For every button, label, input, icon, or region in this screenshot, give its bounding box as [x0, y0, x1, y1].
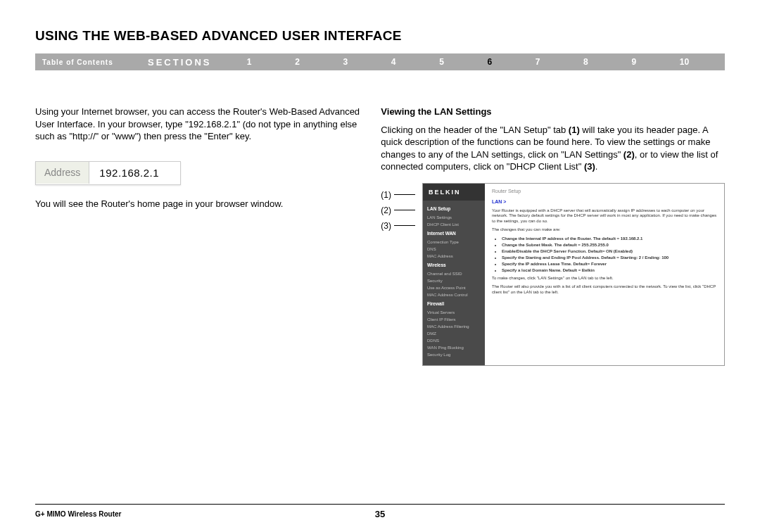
footer: G+ MIMO Wireless Router 35 [35, 504, 725, 518]
bullet-6: Specify a local Domain Name. Default = B… [502, 267, 717, 273]
router-desc2: The changes that you can make are: [492, 227, 717, 233]
router-sidebar: BELKIN LAN Setup LAN Settings DHCP Clien… [423, 184, 485, 366]
nav-numbers: 1 2 3 4 5 6 7 8 9 10 [225, 57, 725, 67]
menu-dhcp-client-list[interactable]: DHCP Client List [427, 221, 481, 228]
router-desc3: To make changes, click "LAN Settings" on… [492, 276, 717, 281]
nav-bar: Table of Contents SECTIONS 1 2 3 4 5 6 7… [35, 53, 725, 70]
bullet-1: Change the Internal IP address of the Ro… [502, 236, 717, 241]
menu-access-point[interactable]: Use as Access Point [427, 284, 481, 291]
nav-num-10[interactable]: 10 [680, 57, 689, 67]
menu-ddns[interactable]: DDNS [427, 337, 481, 344]
nav-num-2[interactable]: 2 [295, 57, 300, 67]
router-desc4: The Router will also provide you with a … [492, 284, 717, 296]
address-value[interactable]: 192.168.2.1 [89, 162, 180, 184]
menu-dmz[interactable]: DMZ [427, 330, 481, 337]
homepage-note: You will see the Router's home page in y… [35, 198, 360, 210]
callout-line-icon [394, 225, 415, 226]
menu-mac-address[interactable]: MAC Address [427, 253, 481, 260]
menu-mac-filtering[interactable]: MAC Address Filtering [427, 323, 481, 330]
menu-lan-settings[interactable]: LAN Settings [427, 214, 481, 221]
router-breadcrumb[interactable]: LAN > [492, 198, 717, 205]
menu-firewall[interactable]: Firewall [427, 301, 481, 308]
callout-1: (1) [381, 187, 415, 203]
bullet-4: Specify the Starting and Ending IP Pool … [502, 255, 717, 260]
menu-wan-ping[interactable]: WAN Ping Blocking [427, 344, 481, 351]
menu-dns[interactable]: DNS [427, 246, 481, 253]
nav-num-4[interactable]: 4 [391, 57, 396, 67]
bullet-5: Specify the IP address Lease Time. Defau… [502, 261, 717, 267]
intro-paragraph: Using your Internet browser, you can acc… [35, 106, 360, 143]
menu-connection-type[interactable]: Connection Type [427, 239, 481, 246]
nav-num-3[interactable]: 3 [343, 57, 348, 67]
router-main: Router Setup LAN > Your Router is equipp… [485, 184, 724, 366]
belkin-logo: BELKIN [423, 184, 485, 201]
lan-settings-heading: Viewing the LAN Settings [381, 106, 725, 118]
nav-num-1[interactable]: 1 [247, 57, 252, 67]
nav-num-9[interactable]: 9 [631, 57, 636, 67]
bullet-2: Change the Subnet Mask. The default = 25… [502, 242, 717, 248]
bullet-3: Enable/Disable the DHCP Server Function.… [502, 248, 717, 254]
menu-internet-wan[interactable]: Internet WAN [427, 231, 481, 237]
router-menu: LAN Setup LAN Settings DHCP Client List … [423, 201, 485, 366]
nav-num-8[interactable]: 8 [583, 57, 588, 67]
router-figure: (1) (2) (3) BELKIN LAN Setup LAN Setting… [381, 183, 725, 367]
lan-settings-paragraph: Clicking on the header of the "LAN Setup… [381, 124, 725, 173]
router-screenshot: BELKIN LAN Setup LAN Settings DHCP Clien… [422, 183, 725, 367]
right-column: Viewing the LAN Settings Clicking on the… [381, 106, 725, 366]
left-column: Using your Internet browser, you can acc… [35, 106, 360, 366]
nav-num-6[interactable]: 6 [487, 57, 492, 67]
callout-3: (3) [381, 218, 415, 234]
page-title: USING THE WEB-BASED ADVANCED USER INTERF… [35, 28, 725, 44]
menu-client-ip-filters[interactable]: Client IP Filters [427, 316, 481, 323]
callout-line-icon [394, 194, 415, 195]
nav-num-5[interactable]: 5 [439, 57, 444, 67]
menu-virtual-servers[interactable]: Virtual Servers [427, 309, 481, 316]
router-bullets: Change the Internal IP address of the Ro… [502, 236, 717, 274]
nav-toc[interactable]: Table of Contents [35, 58, 148, 66]
menu-wireless[interactable]: Wireless [427, 262, 481, 269]
menu-security-log[interactable]: Security Log [427, 351, 481, 358]
footer-product: G+ MIMO Wireless Router [35, 510, 121, 518]
menu-mac-control[interactable]: MAC Address Control [427, 291, 481, 298]
menu-lan-setup[interactable]: LAN Setup [427, 206, 481, 213]
footer-page-number: 35 [375, 509, 385, 519]
menu-security[interactable]: Security [427, 277, 481, 284]
menu-channel-ssid[interactable]: Channel and SSID [427, 270, 481, 277]
nav-num-7[interactable]: 7 [536, 57, 540, 67]
router-topbar: Router Setup [492, 188, 717, 194]
address-label: Address [36, 162, 89, 184]
router-desc1: Your Router is equipped with a DHCP serv… [492, 208, 717, 224]
callout-line-icon [394, 210, 415, 210]
address-bar: Address 192.168.2.1 [35, 161, 181, 185]
nav-sections-label: SECTIONS [148, 57, 225, 68]
callout-2: (2) [381, 203, 415, 218]
callouts: (1) (2) (3) [381, 183, 415, 367]
